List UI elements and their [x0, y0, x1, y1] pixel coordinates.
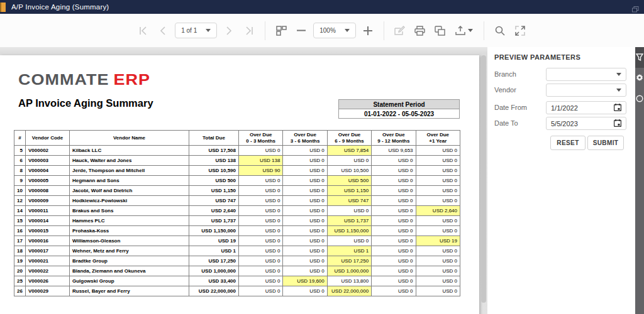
bucket-3-6: USD 0 — [283, 176, 327, 186]
column-header: Over Due 6 - 9 Months — [327, 131, 371, 146]
bucket-0-3: USD 0 — [239, 266, 283, 276]
vendor-name: Bradtke Group — [70, 256, 189, 266]
calendar-icon[interactable] — [614, 104, 621, 112]
vendor-name: Hammes PLC — [70, 216, 189, 226]
next-page-button[interactable] — [221, 23, 237, 39]
bucket-6-9: USD 0 — [327, 206, 371, 216]
window-title: A/P Invoice Aging (Summary) — [11, 3, 109, 11]
bucket-1y: USD 0 — [416, 166, 460, 176]
row-num: 14 — [14, 206, 26, 216]
bucket-9-12: USD 0 — [372, 276, 416, 286]
fullscreen-button[interactable] — [512, 23, 528, 39]
bucket-1y: USD 2,640 — [416, 206, 460, 216]
print-button[interactable] — [412, 23, 428, 39]
table-row: 26V000029Russel, Bayer and FerryUSD 22,0… — [14, 286, 460, 296]
page-select[interactable]: 1 of 1 — [175, 23, 217, 38]
submit-button[interactable]: SUBMIT — [587, 136, 624, 150]
edit-parameters-button[interactable] — [392, 23, 408, 39]
bucket-1y: USD 0 — [416, 286, 460, 296]
vendor-name: Russel, Bayer and Ferry — [70, 286, 189, 296]
table-row: 9V000005Hegmann and SonsUSD 500USD 0USD … — [14, 176, 460, 186]
circle-icon — [636, 94, 643, 105]
aging-table-container: #Vendor CodeVendor NameTotal DueOver Due… — [14, 130, 460, 296]
filter-parameters-tab[interactable] — [635, 47, 644, 68]
toolbar-separator — [384, 21, 384, 40]
bucket-3-6: USD 0 — [283, 196, 327, 206]
date-from-label: Date From — [494, 104, 527, 111]
bucket-9-12: USD 0 — [372, 266, 416, 276]
vertical-scrollbar[interactable] — [481, 55, 486, 303]
date-from-input[interactable]: 1/1/2022 — [546, 101, 626, 114]
table-row: 25V000026Gulgowski GroupUSD 33,400USD 0U… — [14, 276, 460, 286]
bucket-3-6: USD 0 — [283, 286, 327, 296]
row-num: 26 — [14, 286, 26, 296]
chevron-down-icon — [206, 29, 211, 32]
bucket-3-6: USD 0 — [283, 166, 327, 176]
statement-period-value: 01-01-2022 - 05-05-2023 — [339, 109, 459, 118]
table-row: 6V000003Hauck, Walter and JonesUSD 138US… — [14, 156, 460, 166]
branch-select[interactable] — [546, 68, 626, 81]
zoom-select[interactable]: 100% — [313, 23, 356, 38]
row-num: 19 — [14, 256, 26, 266]
vendor-name: Kilback LLC — [70, 146, 189, 156]
toolbar-separator — [484, 21, 484, 40]
multipage-view-button[interactable] — [273, 23, 289, 39]
bucket-0-3: USD 0 — [239, 196, 283, 206]
table-row: 5V000002Kilback LLCUSD 17,508USD 0USD 0U… — [14, 146, 460, 156]
search-button[interactable] — [492, 23, 508, 39]
previous-page-button[interactable] — [155, 23, 171, 39]
zoom-select-value: 100% — [319, 27, 336, 34]
branch-label: Branch — [494, 70, 516, 78]
table-row: 8V000004Jerde, Thompson and MitchellUSD … — [14, 166, 460, 176]
bucket-1y: USD 0 — [416, 226, 460, 236]
vendor-name: Williamson-Gleason — [70, 236, 189, 246]
row-num: 18 — [14, 246, 26, 256]
bucket-1y: USD 0 — [416, 276, 460, 286]
history-tab[interactable] — [635, 89, 644, 109]
app-logo-icon — [0, 3, 6, 12]
total-due: USD 2,640 — [189, 206, 239, 216]
bucket-3-6: USD 0 — [283, 206, 327, 216]
reset-button[interactable]: RESET — [550, 136, 586, 150]
vendor-select[interactable] — [546, 84, 626, 97]
statement-period-label: Statement Period — [339, 100, 459, 109]
zoom-in-button[interactable] — [360, 23, 376, 39]
bucket-9-12: USD 0 — [372, 256, 416, 266]
column-header: Over Due 3 - 6 Months — [283, 131, 327, 146]
bucket-9-12: USD 0 — [372, 236, 416, 246]
table-row: 16V000015Prohaska-KossUSD 1,150,000USD 0… — [14, 226, 460, 236]
bucket-9-12: USD 0 — [372, 156, 416, 166]
first-page-button[interactable] — [135, 23, 151, 39]
table-row: 18V000017Wehner, Metz and FerryUSD 1USD … — [14, 246, 460, 256]
last-page-button[interactable] — [241, 23, 257, 39]
settings-tab[interactable] — [635, 68, 644, 89]
total-due: USD 138 — [189, 156, 239, 166]
restore-window-icon[interactable] — [632, 4, 639, 15]
bucket-3-6: USD 0 — [283, 156, 327, 166]
total-due: USD 17,508 — [189, 146, 239, 156]
bucket-6-9: USD 1,737 — [327, 216, 371, 226]
bucket-3-6: USD 0 — [283, 226, 327, 236]
total-due: USD 747 — [189, 196, 239, 206]
table-row: 10V000008Jacobi, Wolf and DietrichUSD 1,… — [14, 186, 460, 196]
calendar-icon[interactable] — [614, 119, 621, 128]
total-due: USD 10,590 — [189, 166, 239, 176]
bucket-1y: USD 0 — [416, 146, 460, 156]
row-num: 17 — [14, 236, 26, 246]
row-num: 16 — [14, 226, 26, 236]
bucket-0-3: USD 0 — [239, 146, 283, 156]
vendor-code: V000014 — [26, 216, 70, 226]
bucket-0-3: USD 0 — [239, 216, 283, 226]
row-num: 5 — [14, 146, 26, 156]
table-row: 15V000014Hammes PLCUSD 1,737USD 0USD 0US… — [14, 216, 460, 226]
date-to-input[interactable]: 5/5/2023 — [546, 117, 626, 130]
row-num: 25 — [14, 276, 26, 286]
bucket-6-9: USD 0 — [327, 236, 371, 246]
bucket-9-12: USD 0 — [372, 196, 416, 206]
chevron-down-icon — [616, 89, 621, 92]
export-button[interactable] — [452, 23, 476, 39]
print-page-button[interactable] — [432, 23, 448, 39]
column-header: # — [14, 131, 26, 146]
date-to-label: Date To — [494, 119, 518, 127]
zoom-out-button[interactable] — [293, 23, 309, 39]
